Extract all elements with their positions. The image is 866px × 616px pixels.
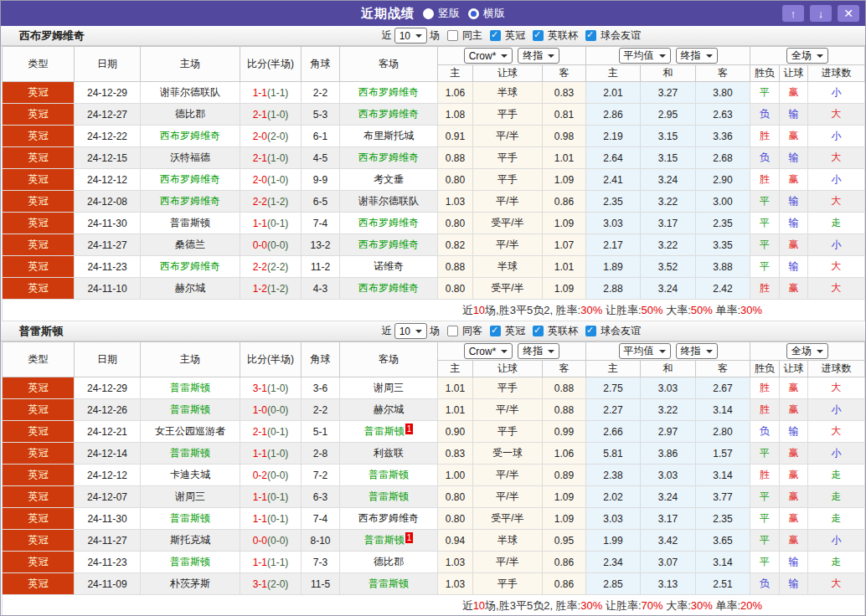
near-label: 近 xyxy=(382,28,392,43)
home-team-cell: 普雷斯顿 xyxy=(141,213,240,234)
score-cell: 2-2(1-2) xyxy=(240,191,302,213)
score-cell: 1-0(0-0) xyxy=(240,399,302,421)
halftime-score: (1-1) xyxy=(267,87,288,99)
col-handicap-home: 主 xyxy=(438,65,473,82)
same-venue-label: 同客 xyxy=(462,324,482,338)
vertical-layout-label[interactable]: 竖版 xyxy=(438,6,460,21)
league-badge: 英冠 xyxy=(3,256,75,278)
crown-away-odds: 0.86 xyxy=(543,552,586,573)
horizontal-layout-label[interactable]: 横版 xyxy=(483,6,505,21)
games-label: 场 xyxy=(430,28,440,43)
avg-away-odds: 3.00 xyxy=(696,191,750,213)
halftime-score: (1-0) xyxy=(267,448,288,459)
crown-home-odds: 1.03 xyxy=(438,573,473,595)
close-button[interactable]: ✕ xyxy=(838,5,859,22)
match-count-select[interactable]: 10 xyxy=(394,28,427,44)
fulltime-score: 0-0 xyxy=(253,535,267,547)
league-badge: 英冠 xyxy=(3,486,75,508)
summary-stat-value: 30% xyxy=(580,304,602,316)
avg-away-odds: 2.51 xyxy=(696,573,750,595)
corners-cell: 7-4 xyxy=(302,213,340,234)
score-cell: 2-0(1-0) xyxy=(240,169,302,191)
opponent-team-name: 赫尔城 xyxy=(175,282,205,294)
odds-source-select[interactable]: Crow* xyxy=(464,343,513,359)
corners-cell: 6-5 xyxy=(302,191,340,213)
same-venue-checkbox[interactable] xyxy=(447,326,458,336)
away-team-cell: 德比郡 xyxy=(340,552,438,573)
away-team-cell: 利兹联 xyxy=(340,443,438,465)
col-avg-draw: 和 xyxy=(641,361,696,377)
score-cell: 3-1(2-0) xyxy=(240,573,302,595)
vertical-layout-radio[interactable] xyxy=(423,8,434,19)
avg-away-odds: 2.35 xyxy=(696,213,750,234)
period-select[interactable]: 全场 xyxy=(786,343,828,359)
home-team-cell: 赫尔城 xyxy=(141,278,240,300)
halftime-score: (1-1) xyxy=(267,557,288,568)
avg-home-odds: 2.41 xyxy=(586,169,641,191)
odds-time-select[interactable]: 终指 xyxy=(518,48,559,64)
corners-cell: 13-2 xyxy=(302,234,340,256)
result-outcome: 平 xyxy=(750,508,780,530)
summary-row: 近10场,胜3平5负2, 胜率:30% 让胜率:70% 大率:30% 单率:20… xyxy=(3,595,865,616)
odds-source-select[interactable]: Crow* xyxy=(464,48,513,64)
fulltime-score: 1-1 xyxy=(253,448,267,459)
result-goals: 大 xyxy=(808,278,865,300)
col-handicap-away: 客 xyxy=(543,65,586,82)
crown-handicap-line: 平/半 xyxy=(473,465,543,486)
halftime-score: (1-0) xyxy=(267,174,288,186)
league-checkbox-championship[interactable] xyxy=(490,326,501,336)
crown-away-odds: 1.09 xyxy=(543,169,586,191)
avg-time-select[interactable]: 终指 xyxy=(676,343,718,359)
crown-handicap-line: 受平/半 xyxy=(473,278,543,300)
result-goals: 大 xyxy=(808,421,865,443)
fulltime-score: 2-1 xyxy=(253,109,267,121)
result-goals: 大 xyxy=(808,573,865,595)
same-venue-checkbox[interactable] xyxy=(447,30,458,41)
odds-time-select[interactable]: 终指 xyxy=(518,343,559,359)
avg-home-odds: 2.35 xyxy=(586,191,641,213)
league-checkbox-efl-cup[interactable] xyxy=(533,326,544,336)
halftime-score: (2-2) xyxy=(267,261,288,273)
league-badge: 英冠 xyxy=(3,399,75,421)
crown-handicap-line: 平/半 xyxy=(473,126,543,147)
period-select[interactable]: 全场 xyxy=(786,48,828,64)
result-goals: 小 xyxy=(808,234,865,256)
match-date: 24-11-30 xyxy=(75,508,141,530)
result-goals: 走 xyxy=(808,213,865,234)
avg-away-odds: 3.36 xyxy=(696,126,750,147)
scroll-up-button[interactable]: ↑ xyxy=(782,5,804,22)
focus-team-name: 普雷斯顿 xyxy=(364,425,405,437)
crown-home-odds: 0.82 xyxy=(438,234,473,256)
avg-away-odds: 2.42 xyxy=(696,278,750,300)
col-goals-result: 进球数 xyxy=(808,65,865,82)
corners-cell: 2-2 xyxy=(302,82,340,104)
result-handicap: 输 xyxy=(780,147,808,169)
opponent-team-name: 女王公园巡游者 xyxy=(155,425,225,437)
avg-draw-odds: 3.42 xyxy=(641,530,696,552)
focus-team-name: 普雷斯顿 xyxy=(369,490,409,502)
crown-handicap-line: 平/半 xyxy=(473,191,543,213)
corners-cell: 5-1 xyxy=(302,421,340,443)
halftime-score: (2-0) xyxy=(267,131,288,142)
scroll-down-button[interactable]: ↓ xyxy=(810,5,832,22)
avg-source-select[interactable]: 平均值 xyxy=(619,343,671,359)
fulltime-score: 1-1 xyxy=(253,513,267,525)
avg-away-odds: 3.14 xyxy=(696,552,750,573)
league-checkbox-championship[interactable] xyxy=(490,30,501,41)
result-handicap: 赢 xyxy=(780,169,808,191)
away-team-cell: 普雷斯顿 xyxy=(340,465,438,486)
match-date: 24-11-27 xyxy=(75,234,141,256)
close-icon: ✕ xyxy=(843,7,853,20)
league-checkbox-friendly[interactable] xyxy=(585,326,596,336)
opponent-team-name: 西布罗姆维奇 xyxy=(358,512,419,524)
league-checkbox-efl-cup[interactable] xyxy=(533,30,544,41)
league-checkbox-friendly[interactable] xyxy=(585,30,596,41)
match-count-select[interactable]: 10 xyxy=(394,323,427,339)
crown-handicap-line: 半球 xyxy=(473,256,543,278)
avg-source-select[interactable]: 平均值 xyxy=(619,48,671,64)
col-handicap-result: 让球 xyxy=(780,361,808,377)
col-date: 日期 xyxy=(75,342,141,377)
horizontal-layout-radio[interactable] xyxy=(468,8,479,19)
crown-handicap-line: 半球 xyxy=(473,530,543,552)
avg-time-select[interactable]: 终指 xyxy=(676,48,718,64)
